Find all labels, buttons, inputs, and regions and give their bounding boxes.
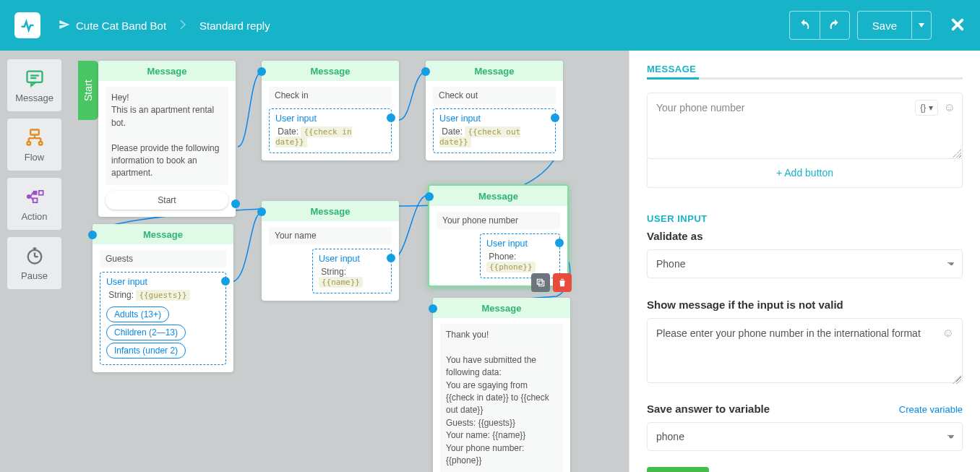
node-toolbar <box>531 273 572 292</box>
svg-rect-12 <box>38 190 43 194</box>
node-title: Message <box>262 61 399 81</box>
user-input-line: Date: {{check in date}} <box>275 126 385 147</box>
delete-node-button[interactable] <box>553 273 572 292</box>
tool-action-label: Action <box>21 211 47 222</box>
svg-rect-3 <box>30 129 39 134</box>
user-input-title: User input <box>106 277 220 287</box>
node-port-in[interactable] <box>425 192 434 201</box>
inspector-panel: MESSAGE Your phone number {} ▾ ☺ + Add b… <box>629 51 980 472</box>
node-message-intro[interactable]: Message Hey! This is an apartment rental… <box>98 61 236 217</box>
bot-name[interactable]: Cute Cat Band Bot <box>76 20 166 32</box>
user-input-block: User input String: {{name}} <box>312 249 392 293</box>
tool-palette: Message Flow Action Pause <box>0 51 69 472</box>
node-message-phone[interactable]: Message Your phone number User input Pho… <box>428 184 569 287</box>
node-title: Message <box>429 186 567 206</box>
node-title: Message <box>98 61 236 81</box>
top-right-actions: Save <box>789 11 966 40</box>
node-port-in[interactable] <box>257 207 266 216</box>
add-button-action[interactable]: + Add button <box>647 158 963 188</box>
svg-rect-11 <box>33 190 37 194</box>
flow-canvas[interactable]: Start Message Hey! This is an apartment … <box>0 51 629 472</box>
svg-point-8 <box>27 141 30 145</box>
node-subtitle: Your phone number <box>437 212 560 229</box>
user-input-line: String: {{name}} <box>319 267 385 287</box>
user-input-title: User input <box>319 254 385 264</box>
node-port-out[interactable] <box>387 254 395 262</box>
node-port-out[interactable] <box>555 239 564 247</box>
option-infants[interactable]: Infants (under 2) <box>106 343 186 359</box>
node-subtitle: Your name <box>269 227 392 244</box>
invalid-message-input[interactable] <box>647 318 963 383</box>
user-input-block: User input Date: {{check out date}} <box>433 108 556 153</box>
redo-button[interactable] <box>820 11 850 40</box>
node-port-out[interactable] <box>387 113 395 122</box>
node-port-out[interactable] <box>231 199 240 208</box>
user-input-line: Date: {{check out date}} <box>439 126 549 147</box>
tool-flow-label: Flow <box>25 152 44 163</box>
node-message-checkout[interactable]: Message Check out User input Date: {{che… <box>426 61 563 160</box>
node-title: Message <box>426 61 563 81</box>
node-port-in[interactable] <box>421 67 430 76</box>
user-input-block: User input String: {{guests}} Adults (13… <box>100 272 226 365</box>
tool-pause[interactable]: Pause <box>7 237 61 289</box>
apply-button[interactable]: Apply <box>647 467 709 472</box>
node-port-out[interactable] <box>551 113 559 122</box>
svg-rect-13 <box>33 198 37 202</box>
node-title: Message <box>433 298 570 318</box>
save-variable-select[interactable]: phone <box>647 422 963 451</box>
svg-line-14 <box>30 192 33 197</box>
close-button[interactable] <box>950 17 966 35</box>
node-title: Message <box>262 201 399 221</box>
invalid-message-label: Show message if the input is not valid <box>647 299 963 311</box>
node-port-in[interactable] <box>429 304 437 313</box>
tool-message-label: Message <box>15 93 53 103</box>
chevron-right-icon <box>179 20 186 32</box>
start-tab[interactable]: Start <box>78 61 98 120</box>
node-message-checkin[interactable]: Message Check in User input Date: {{chec… <box>262 61 399 160</box>
node-title: Message <box>93 224 233 244</box>
app-logo[interactable] <box>14 12 40 38</box>
duplicate-node-button[interactable] <box>531 273 550 292</box>
top-bar: Cute Cat Band Bot Standard reply Save <box>0 0 980 51</box>
user-input-title: User input <box>486 239 554 249</box>
save-dropdown-button[interactable] <box>911 11 932 40</box>
tool-pause-label: Pause <box>21 270 48 281</box>
tool-action[interactable]: Action <box>7 178 61 230</box>
save-button[interactable]: Save <box>857 11 911 40</box>
tool-message[interactable]: Message <box>7 59 61 111</box>
validate-as-select[interactable]: Phone <box>647 249 963 278</box>
emoji-button[interactable]: ☺ <box>944 101 955 114</box>
insert-variable-button[interactable]: {} ▾ <box>915 100 937 116</box>
node-start-button[interactable]: Start <box>106 191 228 210</box>
create-variable-link[interactable]: Create variable <box>899 404 963 415</box>
node-message-name[interactable]: Message Your name User input String: {{n… <box>262 201 399 301</box>
section-message-title: MESSAGE <box>647 64 963 80</box>
user-input-line: Phone: {{phone}} <box>486 252 554 272</box>
node-port-in[interactable] <box>257 67 266 76</box>
tool-flow[interactable]: Flow <box>7 119 61 171</box>
send-icon <box>59 19 70 33</box>
node-port-out[interactable] <box>221 277 230 286</box>
resize-handle-icon <box>953 149 961 158</box>
node-message-summary[interactable]: Message Thank you! You have submitted th… <box>433 298 570 472</box>
node-text: Thank you! You have submitted the follow… <box>440 324 563 472</box>
node-text: Hey! This is an apartment rental bot. Pl… <box>106 87 228 185</box>
breadcrumb: Cute Cat Band Bot Standard reply <box>59 19 270 33</box>
section-user-input-title: USER INPUT <box>647 213 963 224</box>
svg-point-10 <box>26 194 30 199</box>
node-subtitle: Check out <box>433 87 556 104</box>
resize-handle-icon <box>953 375 961 384</box>
emoji-button[interactable]: ☺ <box>942 327 954 340</box>
user-input-line: String: {{guests}} <box>106 290 220 300</box>
svg-rect-22 <box>539 281 544 286</box>
user-input-title: User input <box>439 113 549 124</box>
undo-button[interactable] <box>789 11 820 40</box>
svg-point-9 <box>38 141 42 145</box>
validate-as-label: Validate as <box>647 230 963 242</box>
flow-name: Standard reply <box>199 20 270 32</box>
user-input-title: User input <box>275 113 385 124</box>
node-message-guests[interactable]: Message Guests User input String: {{gues… <box>93 224 233 372</box>
node-port-in[interactable] <box>88 231 97 239</box>
option-children[interactable]: Children (2—13) <box>106 325 186 340</box>
option-adults[interactable]: Adults (13+) <box>106 306 169 322</box>
